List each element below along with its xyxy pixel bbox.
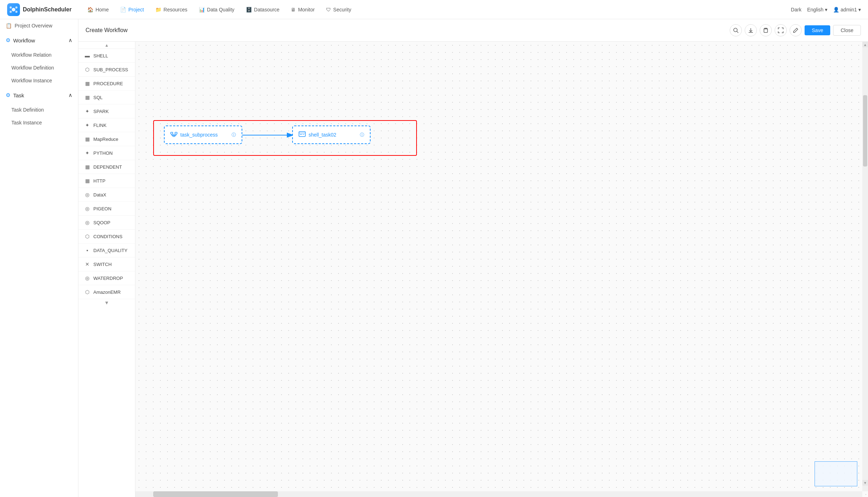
sidebar-task-header[interactable]: ⚙ Task ∧: [0, 87, 78, 103]
canvas-title: Create Workflow: [86, 27, 128, 34]
waterdrop-task-icon: ◎: [84, 275, 91, 281]
nav-home[interactable]: 🏠 Home: [82, 5, 114, 15]
task-panel: ▲ ▬SHELL⬡SUB_PROCESS▦PROCEDURE▦SQL✦SPARK…: [78, 42, 135, 497]
nav-monitor[interactable]: 🖥 Monitor: [286, 5, 320, 15]
task-panel-scroll-down[interactable]: ▼: [78, 299, 135, 306]
close-button[interactable]: Close: [833, 25, 861, 36]
edit-tool-button[interactable]: [790, 24, 802, 36]
mapreduce-task-icon: ▦: [84, 136, 91, 142]
pigeon-task-icon: ◎: [84, 205, 91, 212]
sidebar-project-overview-section: 📋 Project Overview: [0, 19, 78, 32]
task-item-pigeon[interactable]: ◎PIGEON: [78, 202, 135, 216]
sidebar-item-task-definition[interactable]: Task Definition: [0, 103, 78, 116]
data-quality-task-icon: ▪: [84, 247, 91, 253]
shell-task-icon: ▬: [84, 52, 91, 59]
sub-process-task-label: SUB_PROCESS: [93, 67, 128, 72]
app-logo[interactable]: DolphinScheduler: [7, 3, 72, 16]
task-item-waterdrop[interactable]: ◎WATERDROP: [78, 271, 135, 285]
canvas-vertical-scrollbar[interactable]: ▲ ▼: [862, 42, 868, 491]
scroll-thumb[interactable]: [863, 95, 867, 166]
task-item-flink[interactable]: ✦FLINK: [78, 118, 135, 132]
svg-rect-19: [299, 132, 305, 137]
canvas-area[interactable]: task_subprocess ⓘ shell_task02 ⓘ: [135, 42, 868, 497]
svg-point-1: [10, 6, 12, 9]
theme-toggle[interactable]: Dark: [791, 7, 802, 12]
task-item-sqoop[interactable]: ◎SQOOP: [78, 216, 135, 230]
svg-point-0: [12, 8, 15, 11]
user-chevron-icon: ▾: [858, 7, 861, 12]
svg-line-6: [737, 31, 738, 33]
sidebar: 📋 Project Overview ⚙ Workflow ∧ Workflow…: [0, 19, 78, 497]
subprocess-node-info-icon[interactable]: ⓘ: [232, 132, 236, 138]
node-task-subprocess[interactable]: task_subprocess ⓘ: [164, 125, 242, 144]
task-item-sub-process[interactable]: ⬡SUB_PROCESS: [78, 63, 135, 77]
procedure-task-label: PROCEDURE: [93, 81, 123, 86]
task-item-sql[interactable]: ▦SQL: [78, 91, 135, 104]
task-item-http[interactable]: ▦HTTP: [78, 174, 135, 188]
task-panel-scroll-up[interactable]: ▲: [78, 42, 135, 49]
conditions-task-label: CONDITIONS: [93, 234, 123, 239]
app-name: DolphinScheduler: [23, 6, 72, 13]
nav-right-section: Dark English ▾ 👤 admin1 ▾: [791, 7, 861, 12]
task-item-mapreduce[interactable]: ▦MapReduce: [78, 132, 135, 146]
svg-rect-9: [764, 29, 768, 32]
user-menu[interactable]: 👤 admin1 ▾: [833, 7, 861, 12]
search-tool-button[interactable]: [730, 24, 742, 36]
language-selector[interactable]: English ▾: [807, 7, 827, 12]
sqoop-task-label: SQOOP: [93, 220, 110, 225]
data-quality-task-label: DATA_QUALITY: [93, 248, 128, 253]
sidebar-item-workflow-instance[interactable]: Workflow Instance: [0, 74, 78, 87]
python-task-icon: ✦: [84, 150, 91, 156]
task-item-spark[interactable]: ✦SPARK: [78, 104, 135, 118]
sidebar-item-workflow-relation[interactable]: Workflow Relation: [0, 48, 78, 61]
nav-security[interactable]: 🛡 Security: [321, 5, 356, 15]
nav-datasource[interactable]: 🗄️ Datasource: [241, 5, 285, 15]
task-group-icon: ⚙: [6, 92, 10, 98]
nav-resources[interactable]: 📁 Resources: [150, 5, 192, 15]
task-item-switch[interactable]: ✕SWITCH: [78, 257, 135, 271]
subprocess-node-icon: [170, 130, 177, 139]
task-item-dependent[interactable]: ▦DEPENDENT: [78, 160, 135, 174]
subprocess-node-label: task_subprocess: [180, 132, 229, 138]
task-item-shell[interactable]: ▬SHELL: [78, 49, 135, 63]
save-button[interactable]: Save: [805, 25, 830, 35]
mini-map[interactable]: [815, 461, 857, 486]
horizontal-scroll-thumb[interactable]: [153, 491, 278, 497]
nav-data-quality[interactable]: 📊 Data Quality: [194, 5, 239, 15]
app-layout: 📋 Project Overview ⚙ Workflow ∧ Workflow…: [0, 19, 868, 497]
sidebar-item-workflow-definition[interactable]: Workflow Definition: [0, 61, 78, 74]
nav-project[interactable]: 📄 Project: [115, 5, 149, 15]
shell-node-info-icon[interactable]: ⓘ: [360, 132, 364, 138]
main-content: Create Workflow: [78, 19, 868, 497]
node-shell-task02[interactable]: shell_task02 ⓘ: [292, 125, 371, 144]
workflow-group-icon: ⚙: [6, 37, 10, 43]
sidebar-item-task-instance[interactable]: Task Instance: [0, 116, 78, 129]
amazon-emr-task-label: AmazonEMR: [93, 290, 121, 295]
sidebar-workflow-header[interactable]: ⚙ Workflow ∧: [0, 32, 78, 48]
logo-icon: [7, 3, 20, 16]
task-item-amazon-emr[interactable]: ⬡AmazonEMR: [78, 285, 135, 299]
sidebar-task-group: ⚙ Task ∧ Task Definition Task Instance: [0, 87, 78, 129]
http-task-label: HTTP: [93, 178, 105, 184]
sql-task-label: SQL: [93, 95, 103, 100]
task-item-procedure[interactable]: ▦PROCEDURE: [78, 77, 135, 91]
task-item-conditions[interactable]: ⬡CONDITIONS: [78, 230, 135, 244]
chevron-down-icon: ▾: [825, 7, 827, 12]
fullscreen-tool-button[interactable]: [775, 24, 787, 36]
canvas-horizontal-scrollbar[interactable]: [135, 491, 862, 497]
task-item-data-quality[interactable]: ▪DATA_QUALITY: [78, 244, 135, 257]
scroll-down-arrow[interactable]: ▼: [862, 480, 868, 486]
canvas-workspace: ▲ ▬SHELL⬡SUB_PROCESS▦PROCEDURE▦SQL✦SPARK…: [78, 42, 868, 497]
task-item-datax[interactable]: ◎DataX: [78, 188, 135, 202]
workflow-chevron-icon: ∧: [68, 37, 72, 43]
scroll-up-arrow[interactable]: ▲: [862, 42, 868, 47]
sidebar-task-items: Task Definition Task Instance: [0, 103, 78, 129]
resources-icon: 📁: [155, 7, 161, 12]
spark-task-label: SPARK: [93, 109, 109, 114]
download-tool-button[interactable]: [745, 24, 757, 36]
task-item-python[interactable]: ✦PYTHON: [78, 146, 135, 160]
svg-point-3: [10, 11, 12, 13]
project-icon: 📄: [120, 7, 126, 12]
delete-tool-button[interactable]: [760, 24, 772, 36]
sidebar-project-overview[interactable]: 📋 Project Overview: [0, 19, 78, 32]
